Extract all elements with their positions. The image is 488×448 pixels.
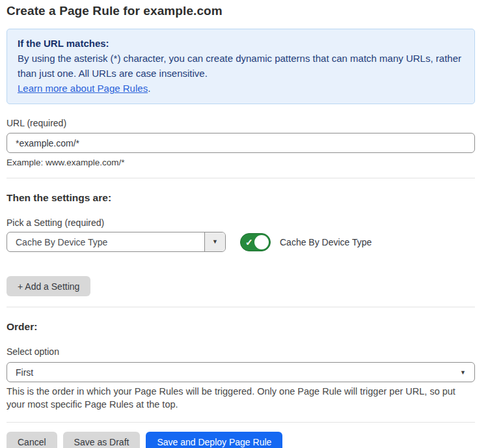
url-example-helper: Example: www.example.com/* (7, 158, 475, 167)
setting-select-value: Cache By Device Type (7, 232, 204, 251)
link-period: . (148, 83, 150, 94)
settings-section-heading: Then the settings are: (7, 192, 475, 204)
order-select-label: Select option (7, 346, 475, 357)
chevron-down-icon: ▼ (460, 369, 466, 375)
order-section-heading: Order: (7, 321, 475, 333)
learn-more-link[interactable]: Learn more about Page Rules (18, 83, 148, 94)
footer-divider (7, 422, 475, 423)
footer-button-row: Cancel Save as Draft Save and Deploy Pag… (7, 432, 475, 448)
save-as-draft-button[interactable]: Save as Draft (63, 432, 141, 448)
order-select[interactable]: First ▼ (7, 362, 475, 382)
url-input[interactable] (7, 133, 475, 153)
info-box-body-text: By using the asterisk (*) character, you… (18, 53, 461, 79)
chevron-down-icon: ▼ (212, 239, 218, 245)
url-match-info-box: If the URL matches: By using the asteris… (7, 29, 475, 104)
section-divider (7, 307, 475, 307)
add-setting-button[interactable]: + Add a Setting (7, 276, 90, 296)
save-and-deploy-button[interactable]: Save and Deploy Page Rule (146, 432, 282, 448)
toggle-label: Cache By Device Type (280, 237, 372, 247)
pick-setting-label: Pick a Setting (required) (7, 217, 475, 228)
create-page-rule-form: Create a Page Rule for example.com If th… (0, 0, 488, 448)
check-icon: ✓ (245, 237, 253, 246)
page-title: Create a Page Rule for example.com (7, 4, 475, 18)
info-box-heading: If the URL matches: (18, 36, 464, 51)
info-box-body: By using the asterisk (*) character, you… (18, 51, 464, 96)
setting-select-arrow-button[interactable]: ▼ (204, 232, 225, 251)
order-helper-text: This is the order in which your Page Rul… (7, 385, 475, 411)
cancel-button[interactable]: Cancel (7, 432, 57, 448)
section-divider (7, 178, 475, 178)
url-field-label: URL (required) (7, 118, 475, 128)
order-select-value: First (16, 367, 33, 378)
toggle-knob (254, 235, 269, 249)
setting-row: Cache By Device Type ▼ ✓ Cache By Device… (7, 232, 475, 252)
setting-select[interactable]: Cache By Device Type ▼ (7, 232, 226, 252)
cache-by-device-toggle[interactable]: ✓ (240, 233, 271, 251)
